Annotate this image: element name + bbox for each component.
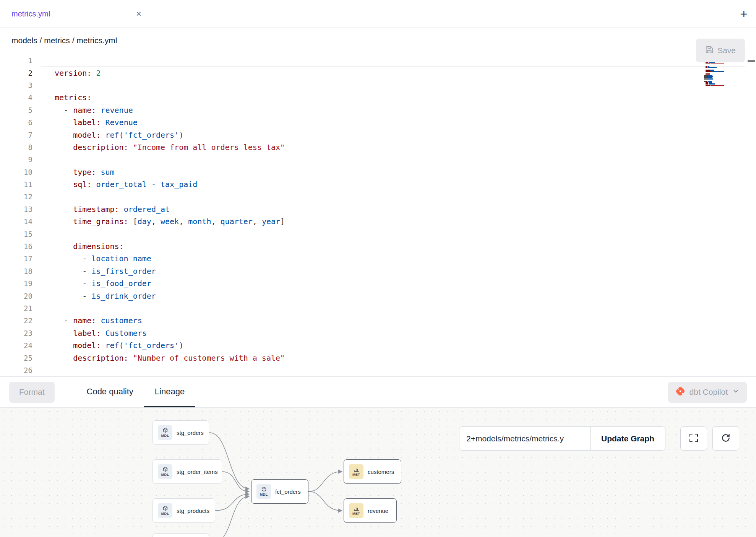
- code-token: -: [55, 279, 91, 288]
- model-badge-icon: MDL: [158, 503, 172, 518]
- code-line[interactable]: 14 time_grains: [day, week, month, quart…: [0, 215, 756, 228]
- close-icon[interactable]: ×: [136, 9, 141, 18]
- line-number: 17: [0, 254, 41, 263]
- code-line[interactable]: 16 dimensions:: [0, 240, 756, 252]
- badge-kind-label: MDL: [161, 473, 169, 477]
- code-token: label:: [73, 118, 101, 127]
- code-token: [128, 143, 133, 152]
- code-line[interactable]: 1: [0, 54, 756, 67]
- line-number: 9: [0, 155, 41, 164]
- code-line[interactable]: 21: [0, 302, 756, 314]
- indent-guide: [64, 265, 64, 277]
- format-button[interactable]: Format: [9, 382, 55, 403]
- code-line[interactable]: 11 sql: order_total - tax_paid: [0, 178, 756, 190]
- line-number: 1: [0, 56, 41, 65]
- line-number: 4: [0, 93, 41, 102]
- lineage-node-stg_products[interactable]: MDLstg_products: [152, 498, 215, 523]
- code-line[interactable]: 19 - is_food_order: [0, 277, 756, 290]
- code-token: sum: [101, 168, 114, 177]
- lineage-node-revenue[interactable]: METrevenue: [344, 498, 397, 523]
- code-text: [41, 79, 756, 91]
- line-number: 5: [0, 106, 41, 114]
- tab-metrics-yml[interactable]: metrics.yml ×: [0, 0, 153, 28]
- badge-kind-label: MDL: [161, 434, 169, 438]
- code-token: customers: [101, 316, 142, 325]
- code-line[interactable]: 9: [0, 153, 756, 166]
- lineage-node-stg_order_items[interactable]: MDLstg_order_items: [152, 459, 222, 484]
- update-graph-button[interactable]: Update Graph: [590, 426, 665, 451]
- code-line[interactable]: 18 - is_first_order: [0, 265, 756, 277]
- lineage-canvas[interactable]: MDLstg_ordersMDLstg_order_itemsMDLstg_pr…: [0, 408, 756, 537]
- badge-kind-label: MET: [352, 473, 360, 477]
- code-token: description:: [73, 353, 128, 363]
- lineage-filter-input[interactable]: [459, 426, 591, 451]
- indent-guide: [64, 116, 64, 129]
- code-line[interactable]: 13 timestamp: ordered_at: [0, 203, 756, 215]
- indent-guide: [64, 228, 64, 240]
- code-text: type: sum: [41, 166, 756, 178]
- code-text: - is_drink_order: [41, 290, 756, 302]
- panel-tabs: Code quality Lineage: [76, 377, 196, 407]
- code-text: [41, 228, 756, 240]
- fullscreen-button[interactable]: [680, 426, 707, 451]
- code-line[interactable]: 25 description: "Number of customers wit…: [0, 351, 756, 364]
- code-token: [101, 329, 105, 338]
- code-editor[interactable]: 12version: 234metrics:5 - name: revenue6…: [0, 53, 756, 376]
- tab-code-quality[interactable]: Code quality: [76, 377, 144, 407]
- lineage-node-partial-node[interactable]: MDL: [152, 533, 209, 537]
- indent-guide: [64, 327, 64, 339]
- tab-bar: metrics.yml × +: [0, 0, 756, 28]
- code-token: ordered_at: [124, 205, 170, 214]
- refresh-button[interactable]: [712, 426, 739, 451]
- code-line[interactable]: 20 - is_drink_order: [0, 290, 756, 302]
- code-text: version: 2: [41, 67, 756, 79]
- code-token: -: [55, 254, 91, 263]
- line-number: 22: [0, 316, 41, 325]
- code-line[interactable]: 23 label: Customers: [0, 327, 756, 339]
- code-token: [101, 130, 105, 140]
- code-text: [41, 54, 756, 67]
- lineage-edge: [215, 494, 249, 511]
- line-number: 25: [0, 354, 41, 362]
- code-line[interactable]: 22 - name: customers: [0, 314, 756, 327]
- code-line[interactable]: 3: [0, 79, 756, 91]
- code-token: [101, 341, 105, 350]
- lineage-node-customers[interactable]: METcustomers: [344, 459, 401, 484]
- code-line[interactable]: 17 - location_name: [0, 252, 756, 265]
- code-line[interactable]: 8 description: "Income from all orders l…: [0, 141, 756, 153]
- code-line[interactable]: 12: [0, 190, 756, 203]
- code-line[interactable]: 2version: 2: [0, 67, 756, 79]
- scrollbar-mark[interactable]: [748, 60, 755, 62]
- add-tab-button[interactable]: +: [740, 7, 748, 20]
- save-label: Save: [717, 46, 736, 55]
- node-label: fct_orders: [275, 488, 301, 495]
- code-line[interactable]: 4metrics:: [0, 91, 756, 104]
- code-line[interactable]: 15: [0, 228, 756, 240]
- code-token: type:: [73, 168, 96, 177]
- code-token: [96, 106, 101, 115]
- code-token: -: [55, 267, 91, 276]
- dbt-copilot-button[interactable]: dbt Copilot: [668, 382, 747, 403]
- code-token: ,: [253, 217, 262, 226]
- code-line[interactable]: 24 model: ref('fct_orders'): [0, 339, 756, 351]
- line-number: 16: [0, 242, 41, 251]
- line-number: 6: [0, 118, 41, 127]
- code-line[interactable]: 6 label: Revenue: [0, 116, 756, 129]
- code-line[interactable]: 10 type: sum: [0, 166, 756, 178]
- ide-root: metrics.yml × + models / metrics / metri…: [0, 0, 756, 537]
- metric-badge-icon: MET: [349, 503, 363, 518]
- lineage-node-fct_orders[interactable]: MDLfct_orders: [251, 479, 308, 504]
- tab-lineage[interactable]: Lineage: [144, 377, 195, 407]
- tab-title: metrics.yml: [11, 10, 50, 18]
- code-token: ,: [179, 217, 188, 226]
- code-text: [41, 364, 756, 376]
- lineage-node-stg_orders[interactable]: MDLstg_orders: [152, 420, 209, 445]
- code-line[interactable]: 7 model: ref('fct_orders'): [0, 129, 756, 141]
- indent-guide: [64, 178, 64, 190]
- code-line[interactable]: 5 - name: revenue: [0, 104, 756, 116]
- code-token: label:: [73, 329, 101, 338]
- code-line[interactable]: 26: [0, 364, 756, 376]
- copilot-label: dbt Copilot: [689, 387, 728, 397]
- save-button[interactable]: Save: [696, 39, 745, 62]
- indent-guide: [64, 190, 64, 203]
